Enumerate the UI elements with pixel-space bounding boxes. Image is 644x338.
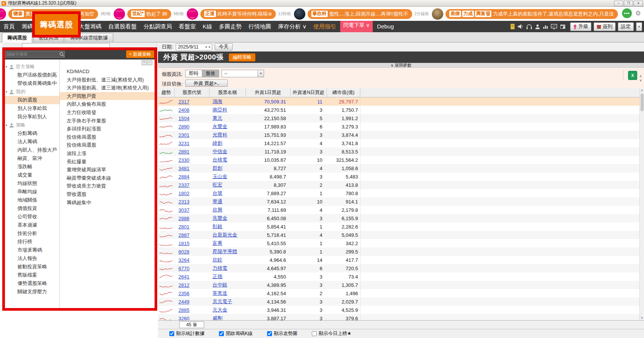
strategy-item[interactable]: 融資帶量突破成本線	[60, 174, 157, 182]
nav-item[interactable]: 分點調查局	[140, 21, 175, 32]
sidebar-item[interactable]: 公司營收	[2, 213, 59, 221]
table-row[interactable]: 3231 緯創 14,221.57 4 3,741.8	[158, 139, 639, 147]
strategy-item[interactable]: 波段上漲	[60, 149, 157, 158]
sidebar-group-header[interactable]: ▾ 我的	[2, 88, 59, 96]
stock-name-link[interactable]: 緯創	[213, 140, 222, 146]
table-row[interactable]: 3481 群創 8,727 4 1,058.6	[158, 164, 639, 172]
strategy-item[interactable]: 大戶買散戶賣	[60, 92, 157, 100]
sidebar-item[interactable]: 關鍵支撐壓力	[2, 288, 59, 296]
table-row[interactable]: 2356 英業達 4,162.54 2 1,496	[158, 289, 639, 297]
sidebar-item[interactable]: 排行榜	[2, 238, 59, 246]
stock-name-link[interactable]: 富喬	[213, 240, 222, 246]
nav-item[interactable]: 使用指引	[310, 21, 339, 32]
column-header-code[interactable]: 股票代號	[175, 88, 209, 97]
user-avatar[interactable]	[114, 8, 125, 20]
stock-name-link[interactable]: 台積電	[213, 157, 227, 163]
today-button[interactable]: 今天	[215, 43, 233, 50]
stock-name-link[interactable]: 旺宏	[213, 182, 222, 188]
stock-name-link[interactable]: 兆豐金	[213, 215, 227, 221]
display-option-checkbox[interactable]	[267, 331, 272, 336]
tab[interactable]: 籌碼選股	[2, 33, 32, 42]
stock-code-link[interactable]: 2301	[178, 132, 189, 138]
stock-code-link[interactable]: 2313	[178, 199, 189, 205]
sidebar-item[interactable]: 成交量	[2, 171, 59, 179]
stock-name-link[interactable]: 京元電子	[213, 299, 232, 304]
gear-icon[interactable]: ⚙	[635, 9, 641, 17]
stock-name-link[interactable]: 威剛	[213, 315, 222, 320]
sidebar-item[interactable]: 營收成長籌碼集中	[2, 79, 59, 88]
date-next-icon[interactable]: ▸	[208, 45, 212, 49]
chat-message[interactable]: 事欣科 股性....漲上,回測月線....再彈!!股性不 2分鐘前	[294, 8, 429, 20]
sidebar-item[interactable]: 地域關係	[2, 196, 59, 204]
sidebar-item[interactable]: 散戶活絡股價創高	[2, 71, 59, 79]
strategy-item[interactable]: 投信佈局選股	[60, 133, 157, 141]
stock-code-link[interactable]: 3264	[178, 257, 189, 263]
stock-code-link[interactable]: 1504	[178, 116, 189, 121]
strategy-item[interactable]: 投信佈局選股	[60, 141, 157, 149]
column-header-trend[interactable]: 趨勢	[158, 88, 175, 97]
table-row[interactable]: 2801 彰銀 5,854.41 1 2,282.6	[158, 222, 639, 231]
stock-name-link[interactable]: 正德	[213, 274, 222, 279]
sidebar-item[interactable]: 我的選股	[2, 96, 59, 104]
table-row[interactable]: 2891 中信金 11,718.19 3 8,513.5	[158, 147, 639, 156]
headphones-icon[interactable]	[526, 24, 532, 30]
sidebar-item[interactable]: 乖離均線	[2, 188, 59, 196]
stock-name-link[interactable]: 南亞科	[213, 107, 227, 113]
stock-code-link[interactable]: 3260	[178, 316, 189, 321]
strategy-item[interactable]: 長紅爆量	[60, 158, 157, 166]
background-search-field[interactable]	[22, 43, 110, 48]
stock-name-link[interactable]: 台新新光金	[213, 232, 237, 238]
strategy-item[interactable]: 主力狂收噴發	[60, 108, 157, 117]
user-avatar[interactable]	[432, 8, 443, 20]
table-row[interactable]: 2884 玉山金 8,498.7 3 5,483	[158, 172, 639, 181]
stock-name-link[interactable]: 欣銓	[213, 257, 222, 263]
table-row[interactable]: 1802 台玻 7,889.27 1 780.8	[158, 189, 639, 197]
nav-item[interactable]: 看盤室	[175, 21, 199, 32]
stock-code-link[interactable]: 2337	[178, 182, 189, 188]
stock-name-link[interactable]: 台中銀	[213, 282, 227, 288]
support-person-icon[interactable]	[535, 24, 540, 30]
column-header-buyn[interactable]: 外資連N日買超	[291, 88, 327, 97]
stock-code-link[interactable]: 2886	[178, 216, 189, 221]
stock-code-link[interactable]: 3231	[178, 141, 189, 146]
strategy-item[interactable]: 內部人偷偷布局股	[60, 100, 157, 108]
sidebar-item[interactable]: 融資、當沖	[2, 154, 59, 163]
stock-code-link[interactable]: 3037	[178, 207, 189, 213]
strategy-item[interactable]: 大戶持股創低、連三減(累積登入用)	[60, 76, 157, 84]
stock-code-link[interactable]: 2884	[178, 174, 189, 180]
stock-name-link[interactable]: 欣興	[213, 207, 222, 213]
stock-code-link[interactable]: 3481	[178, 166, 189, 171]
nav-item[interactable]: 首頁	[0, 21, 18, 32]
stock-code-link[interactable]: 2885	[178, 307, 189, 313]
sidebar-item[interactable]: 別人分享給我	[2, 104, 59, 113]
stock-name-link[interactable]: 華通	[213, 199, 222, 204]
nav-item[interactable]: Debug	[374, 21, 397, 32]
scroll-down-icon[interactable]: ∨	[641, 316, 643, 320]
table-row[interactable]: 3260 威剛 3,887.17 3 379.6	[158, 314, 639, 320]
table-row[interactable]: 2408 南亞科 43,270.51 3 1,750.7	[158, 106, 639, 114]
strategy-item[interactable]: 大戶持股創高、連三週增(累積登入用)	[60, 84, 157, 92]
settings-caret-button[interactable]: ▾	[636, 22, 642, 31]
sidebar-item[interactable]: 技術分析	[2, 229, 59, 238]
table-row[interactable]: 8028 昇陽半導體 5,390.8 1 299.5	[158, 247, 639, 256]
settings-button[interactable]: 設定	[618, 22, 634, 31]
signin-button[interactable]: 簽到	[594, 22, 616, 31]
upgrade-button[interactable]: 升級	[570, 22, 591, 31]
table-row[interactable]: 2337 旺宏 8,307 2 413.8	[158, 181, 639, 189]
stock-name-link[interactable]: 玉山金	[213, 174, 227, 179]
export-excel-icon[interactable]: X	[628, 71, 637, 80]
table-row[interactable]: 6770 力積電 4,645.97 6 720.5	[158, 264, 639, 272]
stock-code-link[interactable]: 2356	[178, 291, 189, 296]
chat-message[interactable]: 美律力成興富發 力成早上真的差點漲停了,還填息填息是意料之內,只是沒	[432, 8, 620, 20]
chat-message[interactable]: 世紀* 勃起了 帥 9秒前	[114, 8, 184, 20]
new-strategy-button[interactable]: + 新建策略	[126, 50, 154, 58]
stock-code-link[interactable]: 2330	[178, 157, 189, 163]
nav-item[interactable]: K線	[199, 21, 216, 32]
close-button[interactable]: ✕	[634, 1, 643, 6]
user-avatar[interactable]	[187, 8, 198, 20]
stock-code-link[interactable]: 1815	[178, 241, 189, 246]
stock-name-link[interactable]: 東元	[213, 115, 222, 121]
monitor-chart-icon[interactable]	[551, 24, 557, 30]
minimize-button[interactable]: ─	[614, 1, 623, 6]
nav-item[interactable]: 庫存分析 ∨	[275, 21, 310, 32]
